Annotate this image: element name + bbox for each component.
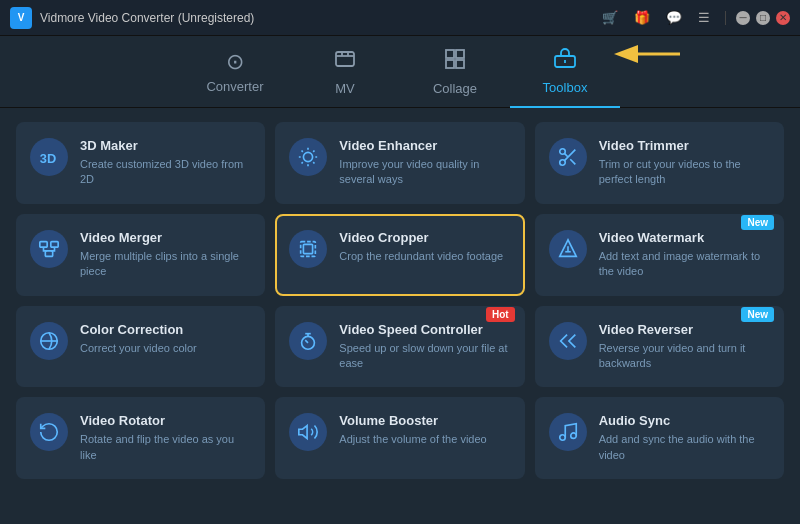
tool-card-video-merger[interactable]: Video Merger Merge multiple clips into a… xyxy=(16,214,265,296)
video-reverser-info: Video Reverser Reverse your video and tu… xyxy=(599,322,770,372)
video-rotator-name: Video Rotator xyxy=(80,413,251,428)
main-content: 3D 3D Maker Create customized 3D video f… xyxy=(0,108,800,524)
tab-mv-label: MV xyxy=(335,81,355,96)
volume-booster-info: Volume Booster Adjust the volume of the … xyxy=(339,413,510,447)
audio-sync-desc: Add and sync the audio with the video xyxy=(599,432,770,463)
video-cropper-icon xyxy=(289,230,327,268)
svg-rect-2 xyxy=(456,50,464,58)
app-title: Vidmore Video Converter (Unregistered) xyxy=(40,11,597,25)
chat-icon[interactable]: 💬 xyxy=(661,8,687,27)
3d-maker-desc: Create customized 3D video from 2D xyxy=(80,157,251,188)
color-correction-name: Color Correction xyxy=(80,322,251,337)
3d-maker-info: 3D Maker Create customized 3D video from… xyxy=(80,138,251,188)
tab-mv[interactable]: MV xyxy=(290,36,400,108)
video-merger-desc: Merge multiple clips into a single piece xyxy=(80,249,251,280)
video-rotator-desc: Rotate and flip the video as you like xyxy=(80,432,251,463)
video-watermark-info: Video Watermark Add text and image water… xyxy=(599,230,770,280)
volume-booster-name: Volume Booster xyxy=(339,413,510,428)
video-trimmer-name: Video Trimmer xyxy=(599,138,770,153)
nav-bar: ⊙ Converter MV Collage xyxy=(0,36,800,108)
tool-card-video-rotator[interactable]: Video Rotator Rotate and flip the video … xyxy=(16,397,265,479)
maximize-button[interactable]: □ xyxy=(756,11,770,25)
svg-rect-4 xyxy=(456,60,464,68)
volume-booster-icon xyxy=(289,413,327,451)
tool-card-video-trimmer[interactable]: Video Trimmer Trim or cut your videos to… xyxy=(535,122,784,204)
color-correction-icon xyxy=(30,322,68,360)
svg-text:3D: 3D xyxy=(40,151,56,166)
video-speed-controller-info: Video Speed Controller Speed up or slow … xyxy=(339,322,510,372)
video-enhancer-name: Video Enhancer xyxy=(339,138,510,153)
tab-toolbox-label: Toolbox xyxy=(543,80,588,95)
3d-maker-name: 3D Maker xyxy=(80,138,251,153)
title-bar: V Vidmore Video Converter (Unregistered)… xyxy=(0,0,800,36)
cart-icon[interactable]: 🛒 xyxy=(597,8,623,27)
badge-new: New xyxy=(741,307,774,322)
gift-icon[interactable]: 🎁 xyxy=(629,8,655,27)
tab-converter[interactable]: ⊙ Converter xyxy=(180,36,290,108)
svg-rect-10 xyxy=(40,241,47,247)
tool-card-color-correction[interactable]: Color Correction Correct your video colo… xyxy=(16,306,265,388)
svg-rect-1 xyxy=(446,50,454,58)
tab-converter-label: Converter xyxy=(206,79,263,94)
video-watermark-desc: Add text and image watermark to the vide… xyxy=(599,249,770,280)
menu-icon[interactable]: ☰ xyxy=(693,8,715,27)
audio-sync-icon xyxy=(549,413,587,451)
svg-point-18 xyxy=(559,435,565,441)
tool-card-3d-maker[interactable]: 3D 3D Maker Create customized 3D video f… xyxy=(16,122,265,204)
tool-card-video-enhancer[interactable]: Video Enhancer Improve your video qualit… xyxy=(275,122,524,204)
badge-new: New xyxy=(741,215,774,230)
svg-marker-17 xyxy=(299,426,307,439)
video-rotator-info: Video Rotator Rotate and flip the video … xyxy=(80,413,251,463)
video-speed-controller-name: Video Speed Controller xyxy=(339,322,510,337)
svg-rect-14 xyxy=(304,244,313,253)
video-reverser-desc: Reverse your video and turn it backwards xyxy=(599,341,770,372)
tool-card-video-reverser[interactable]: New Video Reverser Reverse your video an… xyxy=(535,306,784,388)
svg-rect-0 xyxy=(336,52,354,66)
video-trimmer-info: Video Trimmer Trim or cut your videos to… xyxy=(599,138,770,188)
close-button[interactable]: ✕ xyxy=(776,11,790,25)
video-trimmer-desc: Trim or cut your videos to the perfect l… xyxy=(599,157,770,188)
video-rotator-icon xyxy=(30,413,68,451)
video-reverser-name: Video Reverser xyxy=(599,322,770,337)
video-enhancer-info: Video Enhancer Improve your video qualit… xyxy=(339,138,510,188)
mv-icon xyxy=(333,47,357,77)
video-watermark-name: Video Watermark xyxy=(599,230,770,245)
badge-hot: Hot xyxy=(486,307,515,322)
video-merger-info: Video Merger Merge multiple clips into a… xyxy=(80,230,251,280)
tab-toolbox[interactable]: Toolbox xyxy=(510,36,620,108)
svg-rect-11 xyxy=(51,241,58,247)
minimize-button[interactable]: ─ xyxy=(736,11,750,25)
converter-icon: ⊙ xyxy=(226,49,244,75)
video-speed-controller-desc: Speed up or slow down your file at ease xyxy=(339,341,510,372)
video-cropper-info: Video Cropper Crop the redundant video f… xyxy=(339,230,510,264)
collage-icon xyxy=(443,47,467,77)
color-correction-desc: Correct your video color xyxy=(80,341,251,356)
video-watermark-icon xyxy=(549,230,587,268)
tab-collage[interactable]: Collage xyxy=(400,36,510,108)
color-correction-info: Color Correction Correct your video colo… xyxy=(80,322,251,356)
video-merger-name: Video Merger xyxy=(80,230,251,245)
toolbox-icon xyxy=(553,46,577,76)
volume-booster-desc: Adjust the volume of the video xyxy=(339,432,510,447)
tool-card-video-cropper[interactable]: Video Cropper Crop the redundant video f… xyxy=(275,214,524,296)
video-merger-icon xyxy=(30,230,68,268)
svg-point-19 xyxy=(570,433,576,439)
tool-card-video-speed-controller[interactable]: Hot Video Speed Controller Speed up or s… xyxy=(275,306,524,388)
video-reverser-icon xyxy=(549,322,587,360)
tool-card-audio-sync[interactable]: Audio Sync Add and sync the audio with t… xyxy=(535,397,784,479)
divider xyxy=(725,11,726,25)
video-cropper-name: Video Cropper xyxy=(339,230,510,245)
tab-collage-label: Collage xyxy=(433,81,477,96)
audio-sync-name: Audio Sync xyxy=(599,413,770,428)
video-speed-controller-icon xyxy=(289,322,327,360)
tools-grid: 3D 3D Maker Create customized 3D video f… xyxy=(16,122,784,479)
tool-card-video-watermark[interactable]: New Video Watermark Add text and image w… xyxy=(535,214,784,296)
3d-maker-icon: 3D xyxy=(30,138,68,176)
audio-sync-info: Audio Sync Add and sync the audio with t… xyxy=(599,413,770,463)
video-enhancer-icon xyxy=(289,138,327,176)
title-bar-actions: 🛒 🎁 💬 ☰ ─ □ ✕ xyxy=(597,8,790,27)
tool-card-volume-booster[interactable]: Volume Booster Adjust the volume of the … xyxy=(275,397,524,479)
video-cropper-desc: Crop the redundant video footage xyxy=(339,249,510,264)
video-enhancer-desc: Improve your video quality in several wa… xyxy=(339,157,510,188)
svg-rect-3 xyxy=(446,60,454,68)
